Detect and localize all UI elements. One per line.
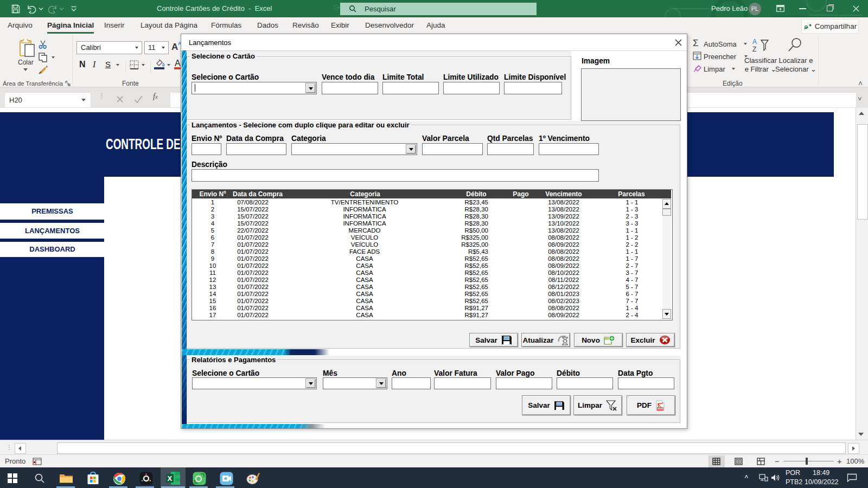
svg-text:A: A: [752, 38, 757, 46]
svg-text:X: X: [168, 474, 173, 483]
svg-text:PDF: PDF: [658, 407, 664, 410]
svg-text:Z: Z: [752, 46, 756, 53]
